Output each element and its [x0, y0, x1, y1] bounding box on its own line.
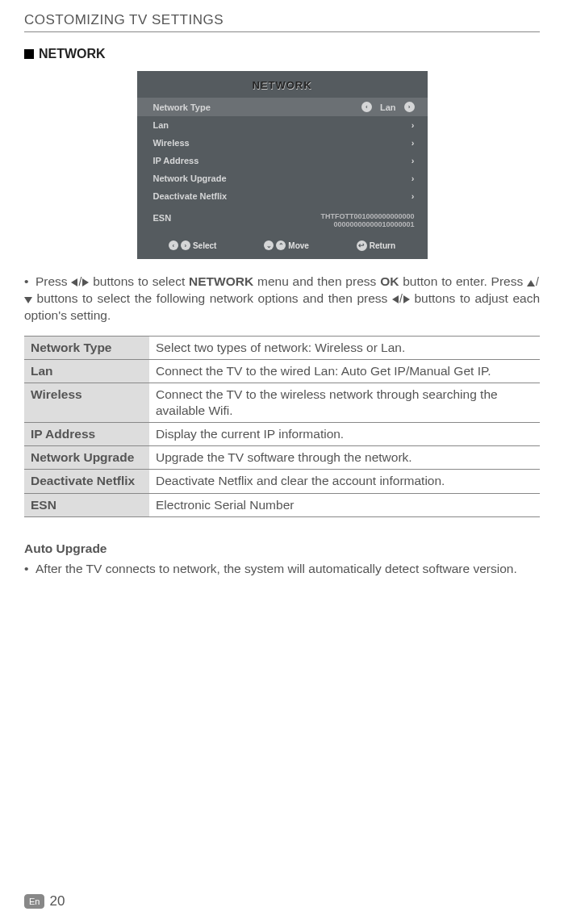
tv-menu-title: NETWORK — [137, 71, 428, 98]
cell-desc: Select two types of network: Wireless or… — [149, 336, 540, 359]
auto-upgrade-heading: Auto Upgrade — [24, 541, 540, 556]
cell-desc: Electronic Serial Number — [149, 493, 540, 516]
tv-row-label: Lan — [153, 120, 169, 130]
tv-row-lan: Lan › — [137, 116, 428, 134]
cell-label: IP Address — [24, 423, 149, 446]
footer-move-label: Move — [288, 241, 309, 250]
tv-menu-footer: ‹ › Select ⌄ ⌃ Move ↩ Return — [137, 234, 428, 259]
triangle-left-icon — [392, 295, 399, 303]
return-icon: ↩ — [357, 240, 367, 251]
table-row: ESNElectronic Serial Number — [24, 493, 540, 516]
tv-row-label: Deactivate Netflix — [153, 191, 228, 201]
cell-label: Network Upgrade — [24, 446, 149, 470]
table-row: Deactivate NetflixDeactivate Netflix and… — [24, 470, 540, 493]
page-footer: En 20 — [24, 893, 65, 909]
cell-label: Deactivate Netflix — [24, 470, 149, 493]
section-label: NETWORK — [39, 47, 106, 61]
tv-row-wireless: Wireless › — [137, 134, 428, 152]
tv-row-esn: ESN THTFOTT001000000000000 0000000000001… — [137, 205, 428, 234]
table-row: Network UpgradeUpgrade the TV software t… — [24, 446, 540, 470]
page-number: 20 — [49, 893, 65, 909]
cell-label: Network Type — [24, 336, 149, 359]
cell-desc: Connect the TV to the wireless network t… — [149, 383, 540, 422]
tv-row-value: Lan — [380, 102, 396, 112]
instruction-paragraph: •Press / buttons to select NETWORK menu … — [24, 274, 540, 324]
square-bullet-icon — [24, 49, 34, 59]
table-row: Network TypeSelect two types of network:… — [24, 336, 540, 359]
arrow-down-icon: ⌄ — [264, 240, 274, 250]
tv-menu-screenshot: NETWORK Network Type ‹ Lan › Lan › Wirel… — [137, 71, 428, 259]
chevron-right-icon: › — [412, 191, 415, 201]
tv-row-deactivate-netflix: Deactivate Netflix › — [137, 187, 428, 205]
header-divider — [24, 31, 540, 32]
options-table: Network TypeSelect two types of network:… — [24, 336, 540, 517]
cell-label: Wireless — [24, 383, 149, 422]
table-row: WirelessConnect the TV to the wireless n… — [24, 383, 540, 422]
tv-row-ip-address: IP Address › — [137, 152, 428, 169]
chevron-right-icon: › — [412, 174, 415, 183]
triangle-right-icon — [403, 295, 410, 303]
footer-return-label: Return — [370, 241, 395, 250]
tv-row-network-upgrade: Network Upgrade › — [137, 169, 428, 187]
cell-label: ESN — [24, 493, 149, 516]
tv-row-network-type: Network Type ‹ Lan › — [137, 98, 428, 116]
tv-row-label: Network Upgrade — [153, 174, 227, 183]
chevron-right-icon: › — [412, 138, 415, 148]
arrow-left-icon: ‹ — [169, 240, 178, 250]
cell-desc: Upgrade the TV software through the netw… — [149, 446, 540, 470]
arrow-up-icon: ⌃ — [276, 240, 286, 250]
cell-desc: Display the current IP information. — [149, 423, 540, 446]
auto-upgrade-text: •After the TV connects to network, the s… — [24, 561, 540, 578]
cell-label: Lan — [24, 359, 149, 383]
arrow-right-icon: › — [181, 240, 190, 250]
tv-row-label: Wireless — [153, 138, 190, 148]
tv-row-label: IP Address — [153, 156, 199, 165]
language-badge: En — [24, 894, 44, 909]
triangle-left-icon — [71, 278, 77, 286]
section-heading: NETWORK — [24, 47, 540, 61]
page-title: COSTOMIZING TV SETTINGS — [24, 12, 540, 31]
arrow-right-icon: › — [404, 102, 415, 112]
tv-row-label: ESN — [153, 213, 172, 229]
cell-desc: Connect the TV to the wired Lan: Auto Ge… — [149, 359, 540, 383]
triangle-down-icon — [24, 297, 32, 303]
tv-row-label: Network Type — [153, 102, 211, 112]
chevron-right-icon: › — [412, 120, 415, 130]
footer-select-label: Select — [193, 241, 216, 250]
esn-value: THTFOTT001000000000000 00000000000010000… — [320, 213, 414, 229]
table-row: IP AddressDisplay the current IP informa… — [24, 423, 540, 446]
triangle-up-icon — [527, 280, 535, 286]
cell-desc: Deactivate Netflix and clear the account… — [149, 470, 540, 493]
arrow-left-icon: ‹ — [361, 102, 372, 112]
table-row: LanConnect the TV to the wired Lan: Auto… — [24, 359, 540, 383]
chevron-right-icon: › — [412, 156, 415, 165]
